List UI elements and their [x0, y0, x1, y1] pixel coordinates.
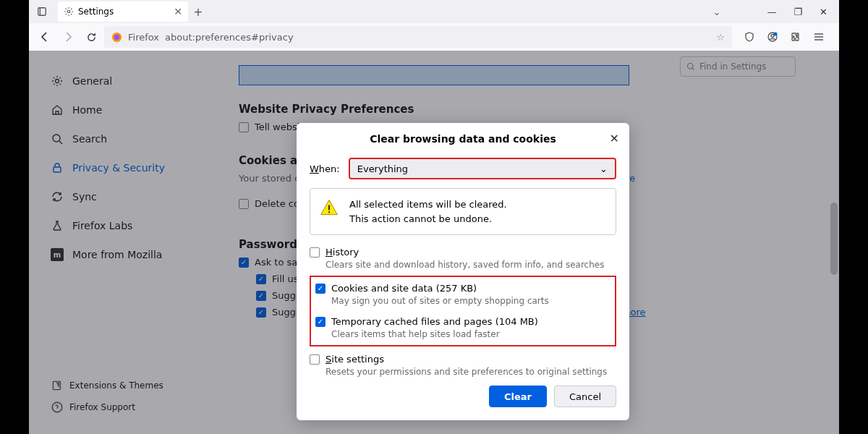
cookies-desc: May sign you out of sites or empty shopp…: [331, 296, 610, 306]
tab-title: Settings: [78, 7, 114, 17]
shield-icon[interactable]: [744, 31, 755, 43]
cookies-checkbox[interactable]: [315, 284, 326, 294]
site-settings-desc: Resets your permissions and site prefere…: [326, 367, 616, 377]
gear-icon: [64, 7, 74, 17]
site-settings-checkbox[interactable]: [310, 354, 320, 365]
when-dropdown[interactable]: Everything ⌄: [349, 158, 616, 179]
cache-label: Temporary cached files and pages (104 MB…: [331, 316, 538, 327]
title-bar: Settings ✕ + ⌄ — ❐ ✕: [29, 0, 839, 23]
warn-line2: This action cannot be undone.: [349, 212, 507, 226]
history-label: History: [326, 247, 359, 258]
svg-point-1: [67, 10, 70, 13]
cancel-button[interactable]: Cancel: [554, 386, 616, 407]
cache-checkbox[interactable]: [315, 317, 326, 327]
svg-rect-12: [328, 205, 330, 210]
clear-button[interactable]: Clear: [489, 386, 547, 407]
warn-line1: All selected items will be cleared.: [349, 197, 507, 212]
tab-list-icon[interactable]: [29, 7, 55, 17]
when-value: Everything: [357, 163, 408, 174]
site-settings-label: Site settings: [326, 354, 384, 365]
bookmark-star-icon[interactable]: ☆: [716, 32, 725, 43]
svg-rect-13: [328, 211, 330, 213]
chevron-down-icon[interactable]: ⌄: [713, 7, 721, 17]
history-desc: Clears site and download history, saved …: [326, 260, 616, 270]
url-bar[interactable]: Firefox about:preferences#privacy ☆: [104, 26, 732, 48]
extensions-icon[interactable]: [790, 31, 801, 43]
url-prefix: Firefox: [128, 32, 159, 43]
account-icon[interactable]: [767, 31, 778, 43]
svg-point-3: [114, 34, 120, 40]
dialog-title: Clear browsing data and cookies: [310, 133, 616, 145]
new-tab-button[interactable]: +: [188, 5, 208, 19]
clear-data-dialog: ✕ Clear browsing data and cookies When: …: [297, 123, 629, 420]
browser-tab[interactable]: Settings ✕: [58, 1, 188, 22]
nav-bar: Firefox about:preferences#privacy ☆: [29, 23, 839, 51]
svg-point-5: [771, 35, 774, 38]
warning-box: All selected items will be cleared. This…: [310, 188, 616, 235]
svg-point-6: [774, 33, 778, 36]
back-button[interactable]: [35, 27, 55, 47]
close-tab-icon[interactable]: ✕: [174, 6, 182, 17]
minimize-button[interactable]: —: [767, 7, 776, 17]
chevron-down-icon: ⌄: [600, 163, 608, 174]
close-window-button[interactable]: ✕: [820, 7, 827, 17]
warning-icon: [319, 197, 339, 218]
svg-rect-0: [38, 8, 46, 16]
when-label: When:: [310, 163, 340, 174]
menu-icon[interactable]: [813, 31, 825, 43]
url-text: about:preferences#privacy: [165, 32, 294, 43]
maximize-button[interactable]: ❐: [793, 7, 802, 17]
reload-button[interactable]: [81, 27, 101, 47]
cookies-label: Cookies and site data (257 KB): [331, 283, 477, 294]
firefox-icon: [111, 32, 122, 43]
dialog-close-button[interactable]: ✕: [610, 132, 619, 145]
forward-button[interactable]: [58, 27, 78, 47]
history-checkbox[interactable]: [310, 247, 320, 258]
cache-desc: Clears items that help sites load faster: [331, 329, 610, 339]
